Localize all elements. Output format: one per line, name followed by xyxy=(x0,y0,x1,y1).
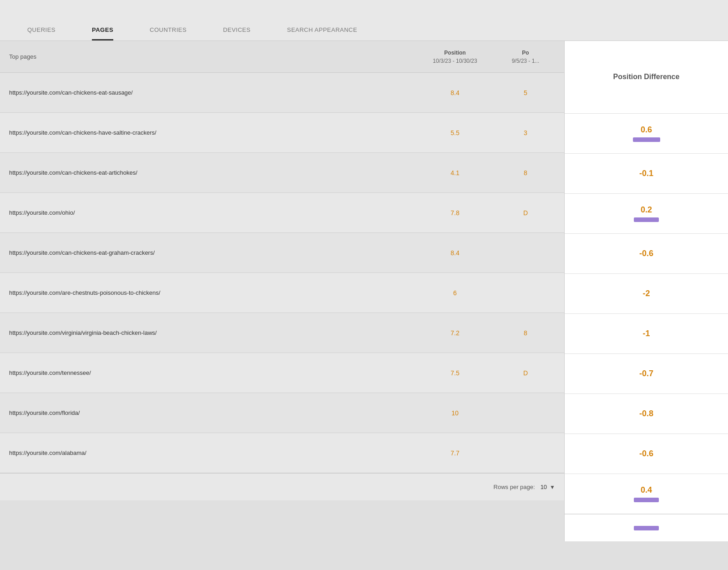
row-url[interactable]: https://yoursite.com/florida/ xyxy=(9,409,414,416)
diff-value: -1 xyxy=(642,329,650,338)
right-diff-row: -0.7 xyxy=(565,354,728,394)
right-diff-row: -2 xyxy=(565,274,728,314)
right-footer-bar xyxy=(634,526,659,530)
row-url[interactable]: https://yoursite.com/are-chestnuts-poiso… xyxy=(9,289,414,296)
row-position: 5.5 xyxy=(414,129,496,136)
right-diff-row: -0.1 xyxy=(565,154,728,194)
row-position-prev: D xyxy=(496,369,555,377)
table-row: https://yoursite.com/can-chickens-eat-ar… xyxy=(0,153,564,193)
diff-value: -2 xyxy=(642,289,650,298)
diff-value: 0.2 xyxy=(641,205,652,215)
right-rows: 0.6 -0.1 0.2 -0.6 -2 -1 -0.7 -0.8 -0.6 0… xyxy=(565,114,728,514)
row-position-prev: 3 xyxy=(496,129,555,136)
tab-pages[interactable]: PAGES xyxy=(74,26,131,40)
diff-bar xyxy=(634,217,659,222)
table-rows: https://yoursite.com/can-chickens-eat-sa… xyxy=(0,73,564,473)
right-diff-row: -0.8 xyxy=(565,394,728,434)
diff-value: -0.1 xyxy=(639,169,653,178)
table-row: https://yoursite.com/alabama/ 7.7 xyxy=(0,433,564,473)
table-subheader: Top pages Position 10/3/23 - 10/30/23 Po… xyxy=(0,41,564,73)
right-panel: Position Difference 0.6 -0.1 0.2 -0.6 -2… xyxy=(564,41,728,541)
row-url[interactable]: https://yoursite.com/virginia/virginia-b… xyxy=(9,329,414,336)
row-position: 4.1 xyxy=(414,169,496,177)
table-row: https://yoursite.com/virginia/virginia-b… xyxy=(0,313,564,353)
table-row: https://yoursite.com/can-chickens-have-s… xyxy=(0,113,564,153)
table-row: https://yoursite.com/tennessee/ 7.5 D xyxy=(0,353,564,393)
row-position: 10 xyxy=(414,409,496,417)
rows-per-page-label: Rows per page: xyxy=(494,484,535,490)
row-position: 7.2 xyxy=(414,329,496,337)
right-diff-row: 0.4 xyxy=(565,474,728,514)
table-panel: Top pages Position 10/3/23 - 10/30/23 Po… xyxy=(0,41,564,541)
tab-queries[interactable]: QUERIES xyxy=(9,26,74,40)
rows-dropdown-arrow[interactable]: ▼ xyxy=(550,484,555,490)
row-position: 6 xyxy=(414,289,496,297)
row-position-prev: D xyxy=(496,209,555,217)
rows-per-page-value: 10 xyxy=(541,484,547,490)
row-position-prev: 5 xyxy=(496,89,555,96)
tab-countries[interactable]: COUNTRIES xyxy=(131,26,205,40)
right-diff-row: 0.2 xyxy=(565,194,728,234)
diff-bar xyxy=(633,137,660,142)
diff-value: -0.8 xyxy=(639,409,653,419)
row-url[interactable]: https://yoursite.com/can-chickens-eat-ar… xyxy=(9,169,414,176)
table-row: https://yoursite.com/ohio/ 7.8 D xyxy=(0,193,564,233)
row-position-prev: 8 xyxy=(496,329,555,337)
tab-bar: QUERIES PAGES COUNTRIES DEVICES SEARCH A… xyxy=(0,0,728,41)
footer-bar: Rows per page: 10 ▼ xyxy=(0,473,564,500)
right-diff-row: -0.6 xyxy=(565,434,728,474)
tab-search-appearance[interactable]: SEARCH APPEARANCE xyxy=(269,26,375,40)
diff-value: 0.4 xyxy=(641,485,652,495)
page-container: QUERIES PAGES COUNTRIES DEVICES SEARCH A… xyxy=(0,0,728,570)
diff-value: 0.6 xyxy=(641,125,652,135)
right-diff-row: -1 xyxy=(565,314,728,354)
row-url[interactable]: https://yoursite.com/can-chickens-have-s… xyxy=(9,129,414,136)
table-row: https://yoursite.com/can-chickens-eat-sa… xyxy=(0,73,564,113)
position-difference-title: Position Difference xyxy=(613,72,680,82)
row-position: 7.5 xyxy=(414,369,496,377)
main-content: Top pages Position 10/3/23 - 10/30/23 Po… xyxy=(0,41,728,541)
top-pages-label: Top pages xyxy=(9,53,414,60)
right-footer xyxy=(565,514,728,541)
table-row: https://yoursite.com/are-chestnuts-poiso… xyxy=(0,273,564,313)
diff-value: -0.7 xyxy=(639,369,653,378)
row-position-prev: 8 xyxy=(496,169,555,177)
diff-value: -0.6 xyxy=(639,249,653,258)
tab-devices[interactable]: DEVICES xyxy=(205,26,269,40)
right-panel-header: Position Difference xyxy=(565,41,728,114)
table-row: https://yoursite.com/florida/ 10 xyxy=(0,393,564,433)
row-url[interactable]: https://yoursite.com/alabama/ xyxy=(9,449,414,456)
row-position: 7.8 xyxy=(414,209,496,217)
position-prev-col-header: Po 9/5/23 - 1... xyxy=(496,49,555,65)
row-position: 8.4 xyxy=(414,89,496,96)
row-position: 8.4 xyxy=(414,249,496,257)
row-url[interactable]: https://yoursite.com/ohio/ xyxy=(9,209,414,216)
right-diff-row: 0.6 xyxy=(565,114,728,154)
row-url[interactable]: https://yoursite.com/can-chickens-eat-sa… xyxy=(9,89,414,96)
table-row: https://yoursite.com/can-chickens-eat-gr… xyxy=(0,233,564,273)
diff-value: -0.6 xyxy=(639,449,653,459)
row-url[interactable]: https://yoursite.com/can-chickens-eat-gr… xyxy=(9,249,414,256)
row-position: 7.7 xyxy=(414,449,496,457)
right-diff-row: -0.6 xyxy=(565,234,728,274)
position-col-header: Position 10/3/23 - 10/30/23 xyxy=(414,49,496,65)
row-url[interactable]: https://yoursite.com/tennessee/ xyxy=(9,369,414,376)
diff-bar xyxy=(634,498,659,502)
